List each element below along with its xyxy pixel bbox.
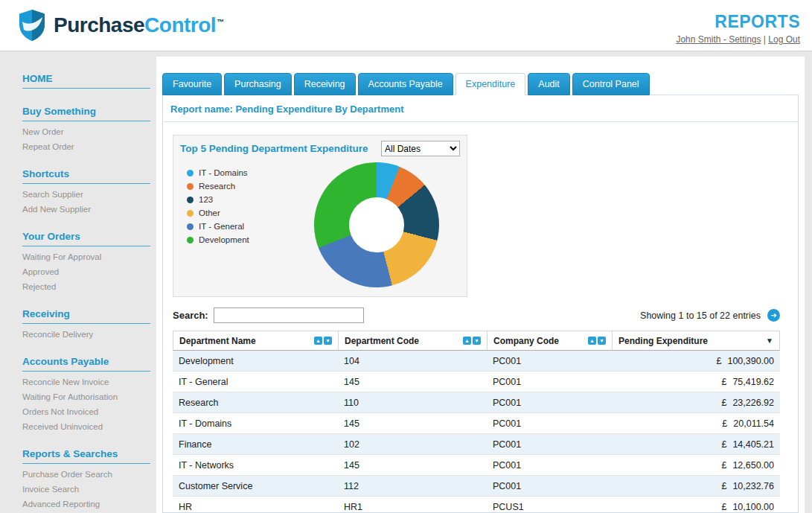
table-cell: PC001 — [487, 377, 612, 387]
table-row[interactable]: Customer Service112PC001£10,232.76 — [173, 476, 780, 497]
table-cell: Research — [173, 398, 338, 408]
legend-item-it-domains: IT - Domains — [187, 168, 292, 177]
column-header-department-name[interactable]: Department Name▲▼ — [173, 331, 339, 350]
link-separator: | — [761, 34, 769, 45]
trademark-symbol: ™ — [217, 18, 224, 26]
column-header-department-code[interactable]: Department Code▲▼ — [339, 331, 487, 350]
legend-label-it-general: IT - General — [199, 222, 244, 231]
column-header-company-code[interactable]: Company Code▲▼ — [487, 331, 613, 350]
sidebar-section-shortcuts: ShortcutsSearch SupplierAdd New Supplier — [22, 168, 150, 214]
table-row[interactable]: Development104PC001£100,390.00 — [173, 351, 780, 372]
table-cell: PC001 — [487, 460, 612, 471]
sort-icons[interactable]: ▲▼ — [314, 337, 332, 345]
logout-link[interactable]: Log Out — [768, 34, 800, 45]
tab-receiving[interactable]: Receiving — [294, 73, 356, 95]
sidebar-item-received-uninvoiced[interactable]: Received Uninvoiced — [22, 422, 150, 431]
table-cell: IT - Domains — [173, 418, 338, 429]
table-cell: 145 — [338, 418, 487, 429]
column-label: Pending Expenditure — [618, 336, 708, 346]
sidebar-item-waiting-for-approval[interactable]: Waiting For Approval — [22, 252, 150, 261]
header: PurchaseControl™ REPORTS John Smith - Se… — [0, 0, 812, 51]
chart-title: Top 5 Pending Department Expenditure — [180, 143, 368, 154]
sort-asc-icon[interactable]: ▲ — [314, 337, 322, 345]
table-cell: 110 — [338, 398, 487, 408]
table-cell: 145 — [338, 377, 487, 387]
sidebar-section-receiving: ReceivingReconcile Delivery — [22, 308, 150, 339]
tab-purchasing[interactable]: Purchasing — [224, 73, 292, 95]
logo-shield-icon — [16, 9, 48, 42]
table-cell-amount: £12,650.00 — [612, 460, 780, 471]
sidebar-heading-receiving[interactable]: Receiving — [22, 308, 150, 324]
sidebar-heading-your-orders[interactable]: Your Orders — [22, 231, 150, 246]
sidebar-item-repeat-order[interactable]: Repeat Order — [22, 142, 150, 151]
sidebar-item-home[interactable]: HOME — [22, 73, 150, 89]
sorted-desc-icon[interactable]: ▼ — [766, 337, 773, 345]
next-page-icon[interactable]: ➜ — [767, 309, 780, 322]
sort-asc-icon[interactable]: ▲ — [463, 337, 471, 345]
tab-expenditure[interactable]: Expenditure — [455, 73, 526, 95]
donut-chart — [314, 162, 439, 287]
sidebar-item-new-order[interactable]: New Order — [22, 127, 150, 136]
sort-icons[interactable]: ▲▼ — [463, 337, 481, 345]
table-row[interactable]: IT - Networks145PC001£12,650.00 — [173, 455, 780, 476]
table-header-row: Department Name▲▼Department Code▲▼Compan… — [173, 331, 780, 351]
report-table: Department Name▲▼Department Code▲▼Compan… — [173, 331, 780, 513]
legend-dot-it-general — [187, 223, 194, 230]
chart-body: IT - DomainsResearch123OtherIT - General… — [173, 159, 467, 296]
page-title: REPORTS — [676, 12, 800, 32]
tab-favourite[interactable]: Favourite — [162, 73, 222, 95]
column-label: Department Code — [345, 336, 419, 346]
sidebar-heading-shortcuts[interactable]: Shortcuts — [22, 168, 150, 184]
table-row[interactable]: IT - Domains145PC001£20,011.54 — [173, 413, 780, 434]
sidebar-heading-accounts-payable[interactable]: Accounts Payable — [22, 356, 150, 372]
sort-desc-icon[interactable]: ▼ — [324, 337, 332, 345]
table-row[interactable]: Finance102PC001£14,405.21 — [173, 434, 780, 455]
sort-icons[interactable]: ▲▼ — [588, 337, 606, 345]
currency-symbol: £ — [721, 398, 726, 408]
table-cell: IT - General — [173, 377, 338, 387]
sidebar-item-invoice-search[interactable]: Invoice Search — [22, 485, 150, 494]
sidebar-item-reconcile-new-invoice[interactable]: Reconcile New Invoice — [22, 377, 150, 386]
sidebar-item-rejected[interactable]: Rejected — [22, 282, 150, 291]
donut-hole — [349, 197, 404, 252]
sort-desc-icon[interactable]: ▼ — [473, 337, 481, 345]
table-cell: PCUS1 — [487, 502, 612, 512]
table-cell: 104 — [338, 356, 487, 366]
date-filter-select[interactable]: All Dates — [381, 141, 460, 156]
sort-asc-icon[interactable]: ▲ — [588, 337, 596, 345]
sidebar-item-approved[interactable]: Approved — [22, 267, 150, 276]
sidebar-item-purchase-order-search[interactable]: Purchase Order Search — [22, 470, 150, 479]
sidebar-item-advanced-reporting[interactable]: Advanced Reporting — [22, 500, 150, 509]
currency-symbol: £ — [721, 439, 726, 450]
search-input[interactable] — [214, 308, 364, 323]
legend-dot-research — [187, 183, 194, 190]
sidebar-heading-buy-something[interactable]: Buy Something — [22, 106, 150, 121]
sidebar-heading-reports-searches[interactable]: Reports & Searches — [22, 448, 150, 464]
main-panel: FavouritePurchasingReceivingAccounts Pay… — [156, 57, 805, 513]
legend-item-research: Research — [187, 182, 292, 191]
sidebar-item-orders-not-invoiced[interactable]: Orders Not Invoiced — [22, 407, 150, 416]
sidebar-item-reconcile-delivery[interactable]: Reconcile Delivery — [22, 330, 150, 339]
tab-accounts-payable[interactable]: Accounts Payable — [358, 73, 453, 95]
sort-desc-icon[interactable]: ▼ — [598, 337, 606, 345]
column-label: Company Code — [493, 336, 559, 346]
user-links: John Smith - Settings | Log Out — [676, 34, 800, 45]
table-row[interactable]: Research110PC001£23,226.92 — [173, 392, 780, 413]
amount-value: 23,226.92 — [732, 398, 774, 408]
table-cell: Development — [173, 356, 338, 366]
table-row[interactable]: HRHR1PCUS1£10,100.00 — [173, 497, 780, 513]
table-cell: Finance — [173, 439, 338, 450]
sidebar-item-add-new-supplier[interactable]: Add New Supplier — [22, 205, 150, 214]
legend-dot-other — [187, 210, 194, 217]
sidebar-item-waiting-for-authorisation[interactable]: Waiting For Authorisation — [22, 392, 150, 401]
sidebar-item-search-supplier[interactable]: Search Supplier — [22, 190, 150, 199]
currency-symbol: £ — [721, 502, 726, 512]
currency-symbol: £ — [721, 460, 726, 471]
table-row[interactable]: IT - General145PC001£75,419.62 — [173, 372, 780, 392]
logo[interactable]: PurchaseControl™ — [16, 9, 224, 42]
user-settings-link[interactable]: John Smith - Settings — [676, 34, 761, 45]
tab-audit[interactable]: Audit — [528, 73, 570, 95]
tab-control-panel[interactable]: Control Panel — [572, 73, 650, 95]
tab-bar: FavouritePurchasingReceivingAccounts Pay… — [162, 73, 650, 95]
column-header-pending-expenditure[interactable]: Pending Expenditure▼ — [613, 331, 779, 350]
